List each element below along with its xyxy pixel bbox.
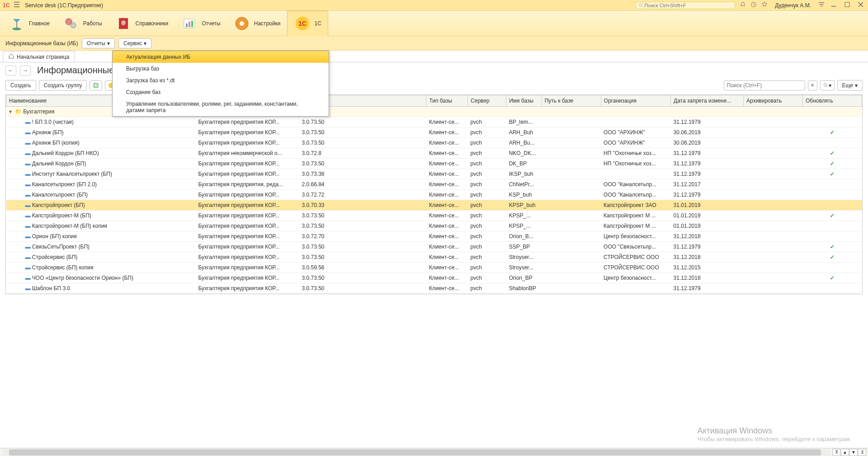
group-label: Бухгалтерия: [23, 108, 54, 115]
table-search[interactable]: [724, 80, 805, 90]
table-row[interactable]: ▬ Орион (БП) копияБухгалтерия предприяти…: [6, 231, 862, 242]
username-label[interactable]: Дуденчук А.М.: [775, 2, 811, 9]
col-srv[interactable]: Сервер: [468, 95, 506, 107]
pager-next[interactable]: ▼: [849, 449, 858, 456]
table-row[interactable]: ▬ Шаблон БП 3.0Бухгалтерия предприятия К…: [6, 283, 862, 294]
table-row[interactable]: ▬ Дальний Кордон (БП НКО)Бухгалтерия нек…: [6, 148, 862, 159]
close-button[interactable]: [856, 2, 865, 9]
item-icon: ▬: [25, 181, 31, 188]
table-row[interactable]: ▬ Стройсервис (БП)Бухгалтерия предприяти…: [6, 252, 862, 263]
svg-point-5: [71, 23, 76, 28]
menu-item-manage[interactable]: Управление пользователями, ролями, рег. …: [113, 98, 329, 116]
tab-home[interactable]: Начальная страница: [3, 51, 75, 62]
table-row[interactable]: ▬ Дальний Кордон (БП)Бухгалтерия предпри…: [6, 159, 862, 169]
svg-rect-12: [191, 21, 193, 27]
book-icon: @: [115, 15, 132, 32]
find-button[interactable]: ▾: [820, 80, 835, 90]
item-icon: ▬: [25, 212, 31, 219]
star-icon[interactable]: [761, 1, 768, 9]
table-row[interactable]: ▬ Каналсетьпроект (БП 2.0)Бухгалтерия пр…: [6, 179, 862, 190]
table-row[interactable]: ▬ ЧОО «Центр безопасности Орион» (БП)Бух…: [6, 273, 862, 283]
gears-icon: [62, 15, 80, 32]
main-navbar: Главное Работы @ Справочники Отчеты Наст…: [0, 11, 868, 36]
copy-button[interactable]: [90, 80, 102, 90]
menu-item-create-db[interactable]: Создание баз: [113, 86, 329, 98]
search-icon: [639, 3, 644, 8]
svg-rect-17: [94, 83, 97, 87]
col-org[interactable]: Организация: [601, 95, 670, 107]
check-icon: ✓: [830, 150, 835, 156]
svg-text:1С: 1С: [298, 20, 307, 27]
table-row[interactable]: ▬ Капстройпроект-М (БП) копияБухгалтерия…: [6, 221, 862, 231]
create-group-button[interactable]: Создать группу: [39, 80, 87, 91]
breadcrumb[interactable]: Информационные базы (ИБ): [5, 40, 78, 47]
table-row[interactable]: ▬ СвязьСетьПроект (БП)Бухгалтерия предпр…: [6, 242, 862, 252]
bell-icon[interactable]: [740, 1, 746, 9]
hamburger-icon[interactable]: [13, 1, 20, 9]
col-path[interactable]: Путь к базе: [542, 95, 601, 107]
window-title: Service desk (1С:Предприятие): [25, 2, 103, 9]
table-row[interactable]: ▬ Архинж (БП)Бухгалтерия предприятия КОР…: [6, 127, 862, 138]
item-icon: ▬: [25, 150, 31, 156]
table-row[interactable]: ▬ Стройсервис (БП) копияБухгалтерия пред…: [6, 263, 862, 273]
table-row[interactable]: ▬ Институт Каналсетьпроект (БП)Бухгалтер…: [6, 169, 862, 179]
nav-back-button[interactable]: ←: [5, 66, 16, 75]
collapse-icon[interactable]: ▾: [9, 108, 12, 115]
nav-label: Главное: [29, 20, 50, 27]
maximize-button[interactable]: [843, 2, 852, 9]
minimize-button[interactable]: [829, 2, 838, 9]
table-search-input[interactable]: [727, 82, 802, 89]
windows-activation-watermark: Активация Windows Чтобы активировать Win…: [697, 426, 850, 442]
chevron-down-icon: ▾: [107, 40, 110, 47]
nav-1c[interactable]: 1С 1С: [287, 11, 328, 36]
pager-last[interactable]: ⊻: [858, 449, 866, 456]
col-db[interactable]: Имя базы: [506, 95, 542, 107]
table-row[interactable]: ▬ Каналсетьпроект (БП)Бухгалтерия предпр…: [6, 190, 862, 200]
check-icon: ✓: [830, 129, 835, 136]
home-icon: [9, 53, 14, 60]
pager: ⊼ ▲ ▼ ⊻: [832, 449, 866, 456]
nav-catalogs[interactable]: @ Справочники: [108, 11, 175, 36]
nav-works[interactable]: Работы: [56, 11, 108, 36]
history-icon[interactable]: [750, 1, 757, 9]
nav-main[interactable]: Главное: [2, 11, 56, 36]
nav-label: Справочники: [136, 20, 169, 27]
col-type[interactable]: Тип базы: [426, 95, 468, 107]
reports-dropdown-button[interactable]: Отчеты ▾: [82, 38, 115, 48]
item-icon: ▬: [25, 254, 31, 260]
pager-first[interactable]: ⊼: [832, 449, 840, 456]
table-row[interactable]: ▬ ! БП 3.0 (чистая)Бухгалтерия предприят…: [6, 117, 862, 127]
service-dropdown-button[interactable]: Сервис ▾: [118, 38, 151, 48]
nav-settings[interactable]: Настройки: [227, 11, 287, 36]
item-icon: ▬: [25, 275, 31, 281]
col-upd[interactable]: Обновлять: [803, 95, 862, 107]
horizontal-scrollbar[interactable]: [2, 449, 830, 456]
pager-prev[interactable]: ▲: [841, 449, 849, 456]
table-row[interactable]: ▬ Архинж БП (копия)Бухгалтерия предприят…: [6, 138, 862, 148]
menu-item-export[interactable]: Выгрузка баз: [113, 63, 329, 75]
col-date[interactable]: Дата запрета измене...: [671, 95, 744, 107]
global-search-input[interactable]: [644, 3, 726, 8]
filter-icon[interactable]: [818, 1, 825, 9]
item-icon: ▬: [25, 171, 31, 177]
more-button[interactable]: Еще ▾: [837, 80, 863, 91]
bottom-bar: ⊼ ▲ ▼ ⊻: [0, 448, 868, 456]
table-row[interactable]: ▬ Капстройпроект-М (БП)Бухгалтерия предп…: [6, 211, 862, 221]
create-button[interactable]: Создать: [5, 80, 36, 91]
global-search[interactable]: [636, 2, 735, 9]
col-arch[interactable]: Архивировать: [744, 95, 803, 107]
nav-reports[interactable]: Отчеты: [175, 11, 226, 36]
data-table: Наименование Тип базы Сервер Имя базы Пу…: [5, 94, 863, 294]
check-icon: ✓: [830, 212, 835, 219]
menu-item-import[interactable]: Загрузка баз из *.dt: [113, 75, 329, 86]
table-row[interactable]: ▬ Капстройпроект (БП)Бухгалтерия предпри…: [6, 200, 862, 211]
settings-icon: [233, 15, 250, 32]
svg-text:@: @: [121, 20, 125, 25]
menu-item-actualize[interactable]: Актуализация данных ИБ: [113, 51, 329, 63]
check-icon: ✓: [830, 171, 835, 177]
nav-label: Отчеты: [202, 20, 220, 27]
tab-label: Начальная страница: [17, 54, 69, 60]
svg-point-14: [240, 21, 244, 26]
clear-search-button[interactable]: ×: [808, 80, 817, 90]
nav-forward-button[interactable]: →: [20, 66, 31, 75]
